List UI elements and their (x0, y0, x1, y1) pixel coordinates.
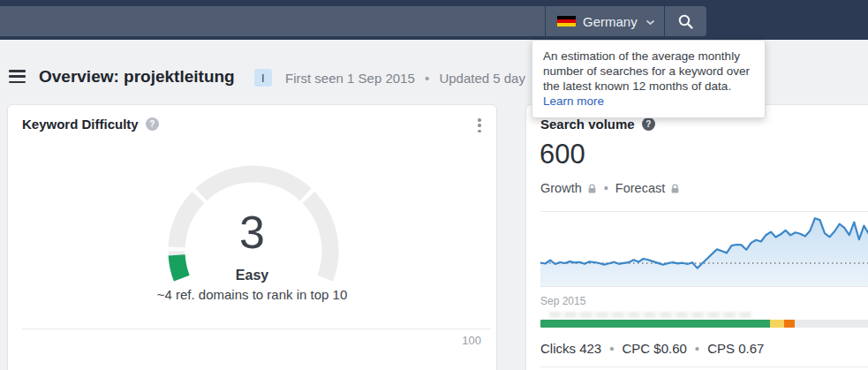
search-icon (677, 13, 694, 30)
search-volume-value: 600 (540, 139, 585, 170)
page-title: Overview: projektleitung (39, 67, 235, 87)
keyword-difficulty-card: Keyword Difficulty ? 3 Easy ~4 ref. doma… (7, 104, 497, 370)
growth-forecast-row: Growth • Forecast (540, 181, 680, 195)
updated-text: Updated 5 day (439, 71, 525, 86)
sv-card-title: Search volume (540, 117, 635, 132)
clicks-metric: Clicks 423 (540, 341, 601, 356)
cpc-metric: CPC $0.60 (622, 341, 686, 356)
cps-metric: CPS 0.67 (707, 341, 764, 356)
country-selector[interactable]: Germany (546, 6, 664, 36)
keyword-meta: First seen 1 Sep 2015 • Updated 5 day (285, 71, 525, 86)
card-divider (540, 366, 868, 367)
separator-dot: • (695, 341, 699, 356)
metrics-row: Clicks 423 • CPC $0.60 • CPS 0.67 (540, 341, 764, 356)
search-volume-card: Search volume ? 600 Growth • Forecast (525, 104, 868, 370)
separator-dot: • (604, 181, 608, 195)
x-axis-tick: Sep 2015 (540, 295, 585, 307)
country-label: Germany (583, 14, 638, 29)
gauge-text-block: 3 Easy ~4 ref. domains to rank in top 10 (8, 208, 496, 302)
app-screen: Germany An estimation of the average mon… (0, 0, 868, 370)
volume-line-chart (540, 212, 868, 287)
difficulty-note: ~4 ref. domains to rank in top 10 (8, 287, 496, 302)
menu-icon[interactable] (9, 70, 26, 83)
blurred-locked-row (549, 312, 752, 318)
germany-flag-icon (557, 16, 576, 27)
first-seen-text: First seen 1 Sep 2015 (285, 71, 415, 86)
separator-dot: • (609, 341, 614, 356)
forecast-toggle[interactable]: Forecast (615, 181, 665, 195)
search-button[interactable] (665, 6, 706, 36)
card-divider (22, 328, 491, 329)
clicks-distribution-bar[interactable] (540, 320, 868, 328)
volume-trend-chart[interactable] (540, 211, 868, 287)
chevron-down-icon (645, 19, 655, 26)
kd-card-title: Keyword Difficulty (22, 117, 139, 132)
tooltip-text: An estimation of the average monthly num… (543, 49, 750, 93)
top-navigation-bar: Germany (0, 0, 868, 40)
help-icon[interactable]: ? (146, 117, 159, 131)
meta-separator: • (425, 71, 429, 86)
difficulty-value: 3 (8, 208, 496, 257)
scale-max-label: 100 (462, 334, 481, 347)
search-volume-tooltip: An estimation of the average monthly num… (532, 40, 766, 118)
info-badge[interactable]: I (254, 69, 272, 87)
kebab-menu-icon[interactable] (473, 117, 486, 133)
lock-icon (587, 184, 597, 194)
lock-icon (670, 184, 680, 194)
difficulty-label: Easy (8, 268, 496, 283)
help-icon-active[interactable]: ? (642, 117, 655, 131)
learn-more-link[interactable]: Learn more (543, 94, 604, 108)
growth-toggle[interactable]: Growth (540, 181, 582, 195)
